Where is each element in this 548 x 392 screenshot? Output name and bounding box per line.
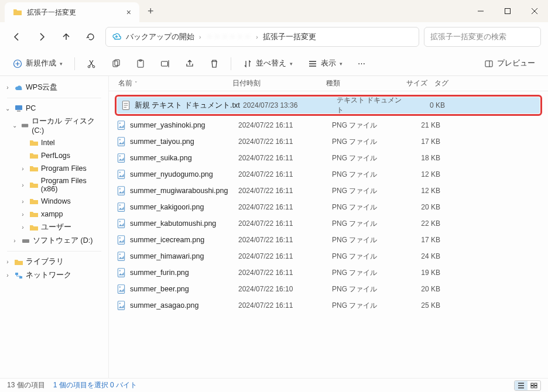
column-tag[interactable]: タグ bbox=[431, 78, 466, 88]
tree-item-local-disk[interactable]: ⌄ローカル ディスク (C:) bbox=[2, 115, 106, 136]
item-count: 13 個の項目 bbox=[7, 380, 45, 390]
file-size: 22 KB bbox=[399, 219, 440, 228]
up-button[interactable] bbox=[56, 27, 76, 47]
file-size: 19 KB bbox=[399, 269, 440, 277]
file-row[interactable]: summer_taiyou.png2024/07/22 16:11PNG ファイ… bbox=[112, 133, 544, 150]
search-input[interactable]: 拡張子一括変更の検索 bbox=[424, 27, 541, 47]
file-row[interactable]: summer_yashinoki.png2024/07/22 16:11PNG … bbox=[112, 117, 544, 133]
tree-item-software-d[interactable]: ›ソフトウェア (D:) bbox=[2, 234, 106, 247]
file-row[interactable]: summer_nyudogumo.png2024/07/22 16:11PNG … bbox=[112, 166, 544, 183]
tree-item-library[interactable]: ›ライブラリ bbox=[2, 255, 106, 269]
share-button[interactable] bbox=[181, 57, 198, 71]
file-row[interactable]: summer_kakigoori.png2024/07/22 16:11PNG … bbox=[112, 199, 544, 215]
file-size: 25 KB bbox=[399, 301, 440, 310]
svg-rect-16 bbox=[17, 111, 20, 112]
window-tab[interactable]: 拡張子一括変更 × bbox=[5, 2, 139, 22]
cloud-icon bbox=[14, 83, 23, 92]
list-icon bbox=[308, 59, 317, 68]
file-type: PNG ファイル bbox=[332, 170, 399, 180]
file-date: 2024/07/22 16:11 bbox=[238, 137, 332, 146]
file-row[interactable]: summer_himawari.png2024/07/22 16:11PNG フ… bbox=[112, 248, 544, 264]
file-date: 2024/07/22 16:11 bbox=[238, 301, 332, 310]
svg-rect-20 bbox=[19, 276, 22, 278]
file-date: 2024/07/22 16:11 bbox=[238, 269, 332, 277]
column-headers: 名前˅ 日付時刻 種類 サイズ タグ bbox=[109, 76, 548, 91]
svg-point-40 bbox=[119, 238, 121, 239]
forward-button[interactable] bbox=[32, 27, 52, 47]
file-type: PNG ファイル bbox=[332, 284, 399, 294]
file-row[interactable]: summer_beer.png2024/07/22 16:10PNG ファイル2… bbox=[112, 281, 544, 297]
folder-icon bbox=[29, 151, 39, 160]
file-size: 12 KB bbox=[399, 170, 440, 178]
details-view-button[interactable] bbox=[515, 381, 528, 390]
tree-item-program-files-x86[interactable]: ›Program Files (x86) bbox=[2, 175, 106, 195]
tree-item-windows[interactable]: ›Windows bbox=[2, 195, 106, 208]
file-row[interactable]: summer_suika.png2024/07/22 16:11PNG ファイル… bbox=[112, 150, 544, 166]
cut-button[interactable] bbox=[83, 57, 100, 71]
tree-item-intel[interactable]: ›Intel bbox=[2, 136, 106, 149]
file-name: summer_furin.png bbox=[130, 269, 238, 277]
tree-item-program-files[interactable]: ›Program Files bbox=[2, 162, 106, 175]
maximize-button[interactable] bbox=[494, 1, 521, 21]
tree-item-xampp[interactable]: ›xampp bbox=[2, 208, 106, 221]
svg-point-46 bbox=[119, 287, 121, 288]
file-name: summer_suika.png bbox=[130, 154, 238, 162]
refresh-button[interactable] bbox=[81, 27, 101, 47]
tree-item-wps[interactable]: ›WPS云盘 bbox=[2, 81, 106, 94]
sort-button[interactable]: 並べ替え ▾ bbox=[239, 56, 296, 71]
new-button[interactable]: 新規作成 ▾ bbox=[9, 56, 66, 71]
column-size[interactable]: サイズ bbox=[390, 78, 431, 88]
disk-icon bbox=[20, 121, 29, 130]
folder-icon bbox=[29, 223, 39, 232]
file-row[interactable]: 新規 テキスト ドキュメント.txt2024/07/23 13:36テキスト ド… bbox=[117, 97, 540, 114]
file-size: 20 KB bbox=[399, 203, 440, 211]
svg-rect-11 bbox=[162, 61, 168, 66]
library-icon bbox=[14, 257, 23, 267]
file-date: 2024/07/22 16:11 bbox=[238, 219, 332, 228]
file-name: summer_mugiwaraboushi.png bbox=[130, 187, 238, 195]
column-name[interactable]: 名前˅ bbox=[115, 78, 229, 88]
view-button[interactable]: 表示 ▾ bbox=[304, 56, 346, 71]
command-bar: 新規作成 ▾ 並べ替え ▾ 表示 ▾ ⋯ プレビュー bbox=[0, 51, 548, 76]
column-type[interactable]: 種類 bbox=[323, 78, 390, 88]
rename-button[interactable] bbox=[157, 57, 173, 71]
file-type: PNG ファイル bbox=[332, 186, 399, 196]
new-tab-button[interactable]: + bbox=[148, 5, 154, 18]
svg-point-44 bbox=[119, 270, 121, 271]
tree-item-pc[interactable]: ⌄PC bbox=[2, 102, 106, 115]
more-button[interactable]: ⋯ bbox=[354, 57, 369, 70]
paste-button[interactable] bbox=[132, 57, 149, 71]
close-window-button[interactable] bbox=[521, 1, 548, 21]
sort-indicator-icon: ˅ bbox=[135, 81, 138, 87]
separator bbox=[74, 57, 75, 70]
preview-button[interactable]: プレビュー bbox=[481, 56, 539, 71]
file-row[interactable]: summer_furin.png2024/07/22 16:11PNG ファイル… bbox=[112, 264, 544, 281]
minimize-button[interactable] bbox=[467, 1, 494, 21]
delete-button[interactable] bbox=[206, 57, 222, 71]
svg-rect-19 bbox=[15, 273, 18, 275]
svg-rect-13 bbox=[485, 61, 492, 67]
file-row[interactable]: summer_icecream.png2024/07/22 16:11PNG フ… bbox=[112, 232, 544, 248]
file-type: PNG ファイル bbox=[332, 153, 399, 163]
svg-point-36 bbox=[119, 205, 121, 206]
breadcrumb-leaf[interactable]: 拡張子一括変更 bbox=[263, 32, 316, 42]
column-date[interactable]: 日付時刻 bbox=[229, 78, 323, 88]
file-row[interactable]: summer_mugiwaraboushi.png2024/07/22 16:1… bbox=[112, 183, 544, 199]
file-row[interactable]: summer_asagao.png2024/07/22 16:11PNG ファイ… bbox=[112, 297, 544, 314]
window-controls bbox=[467, 1, 548, 21]
address-bar[interactable]: バックアップの開始 › ・・・・・・ › 拡張子一括変更 bbox=[105, 27, 419, 47]
tree-item-user[interactable]: ›ユーザー bbox=[2, 221, 106, 234]
breadcrumb-mid[interactable]: ・・・・・・ bbox=[206, 32, 251, 42]
tree-item-network[interactable]: ›ネットワーク bbox=[2, 269, 106, 282]
close-tab-icon[interactable]: × bbox=[126, 8, 131, 17]
file-list[interactable]: 新規 テキスト ドキュメント.txt2024/07/23 13:36テキスト ド… bbox=[109, 91, 548, 378]
file-row[interactable]: summer_kabutomushi.png2024/07/22 16:11PN… bbox=[112, 215, 544, 232]
breadcrumb-root[interactable]: バックアップの開始 bbox=[126, 32, 194, 42]
back-button[interactable] bbox=[7, 27, 27, 47]
tree-item-perflogs[interactable]: ›PerfLogs bbox=[2, 149, 106, 162]
thumbnails-view-button[interactable] bbox=[528, 381, 540, 390]
copy-button[interactable] bbox=[108, 57, 124, 71]
svg-point-32 bbox=[119, 172, 121, 173]
chevron-down-icon: ▾ bbox=[60, 61, 63, 67]
file-type: PNG ファイル bbox=[332, 235, 399, 245]
